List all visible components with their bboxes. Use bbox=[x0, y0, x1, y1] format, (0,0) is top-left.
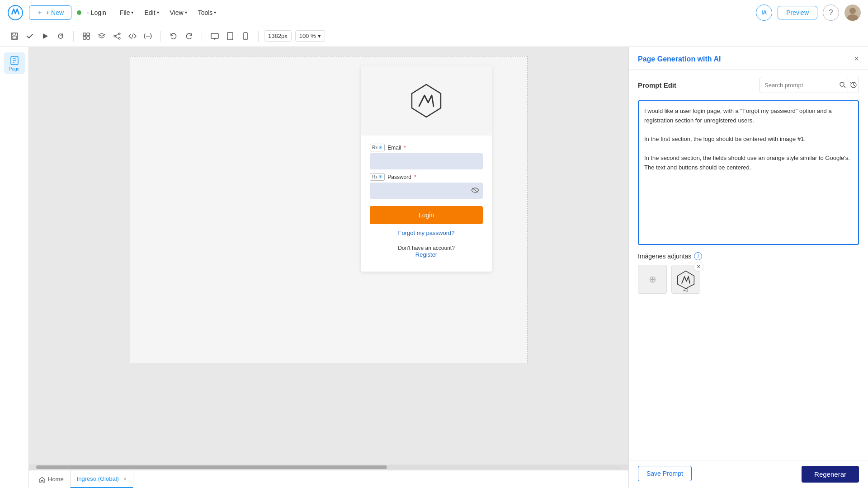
separator-4 bbox=[258, 31, 259, 42]
layers-icon[interactable] bbox=[94, 29, 109, 43]
toolbar: 1382px 100 % ▾ bbox=[0, 25, 868, 47]
plus-circle-icon: ⊕ bbox=[649, 274, 656, 285]
rx-star-icon-pw: ✳ bbox=[378, 174, 382, 180]
separator-1 bbox=[73, 31, 74, 42]
eye-slash-icon bbox=[471, 187, 479, 194]
forgot-password-link[interactable]: Forgot my password? bbox=[370, 230, 483, 236]
prompt-edit-label: Prompt Edit bbox=[638, 81, 676, 89]
menu-edit[interactable]: Edit bbox=[140, 7, 163, 18]
home-tab-label: Home bbox=[48, 476, 64, 483]
tab-ingreso[interactable]: Ingreso (Global) × bbox=[71, 470, 133, 488]
menu-view[interactable]: View bbox=[165, 7, 192, 18]
regenerar-button[interactable]: Regenerar bbox=[802, 466, 859, 483]
svg-rect-9 bbox=[87, 33, 90, 36]
login-button[interactable]: Login bbox=[370, 206, 483, 224]
save-icon[interactable] bbox=[7, 29, 22, 43]
svg-line-31 bbox=[844, 86, 845, 88]
separator-2 bbox=[160, 31, 161, 42]
panel-title: Page Generation with AI bbox=[638, 55, 721, 63]
svg-rect-10 bbox=[83, 37, 86, 39]
images-row: ⊕ × #1 bbox=[638, 265, 859, 294]
play-icon[interactable] bbox=[38, 29, 52, 43]
undo-icon[interactable] bbox=[166, 29, 181, 43]
tab-home[interactable]: Home bbox=[33, 470, 71, 488]
horizontal-scrollbar-area bbox=[29, 465, 628, 470]
info-icon[interactable]: i bbox=[694, 252, 702, 260]
help-button[interactable]: ? bbox=[823, 5, 839, 21]
toolbar-layout-group bbox=[208, 29, 253, 43]
image-thumb-1: × #1 bbox=[671, 265, 700, 294]
prompt-edit-row: Prompt Edit bbox=[638, 77, 859, 93]
svg-rect-11 bbox=[87, 37, 90, 39]
zoom-display[interactable]: 100 % ▾ bbox=[295, 30, 325, 42]
checkmark-icon[interactable] bbox=[23, 29, 37, 43]
panel-body: Prompt Edit I would like a user login pa… bbox=[629, 70, 868, 460]
search-input[interactable] bbox=[760, 79, 837, 91]
search-button[interactable] bbox=[837, 77, 848, 93]
password-label-row: Rx ✳ Password * bbox=[370, 173, 483, 181]
register-link[interactable]: Register bbox=[370, 251, 483, 258]
login-logo-area bbox=[361, 66, 492, 136]
separator-3 bbox=[202, 31, 202, 42]
avatar[interactable] bbox=[844, 5, 861, 21]
new-button[interactable]: ＋ + New bbox=[29, 5, 71, 20]
nav-right: IA Preview ? bbox=[756, 5, 861, 21]
zoom-value: 100 % bbox=[299, 33, 316, 39]
svg-marker-7 bbox=[43, 33, 48, 39]
zoom-chevron-icon: ▾ bbox=[318, 33, 321, 39]
password-label: Password bbox=[387, 174, 411, 180]
horizontal-scrollbar[interactable] bbox=[36, 465, 621, 469]
html-icon[interactable] bbox=[141, 29, 155, 43]
svg-point-30 bbox=[840, 82, 844, 86]
rx-star-icon: ✳ bbox=[378, 145, 382, 150]
sidebar: Page bbox=[0, 47, 29, 488]
footer-buttons-row: Save Prompt Regenerar bbox=[638, 466, 859, 483]
add-image-button[interactable]: ⊕ bbox=[638, 265, 667, 294]
ia-button[interactable]: IA bbox=[756, 5, 772, 21]
sidebar-page-label: Page bbox=[9, 66, 19, 71]
code-icon[interactable] bbox=[125, 29, 140, 43]
canvas-scroll[interactable]: Rx ✳ Email * Rx ✳ bbox=[29, 47, 628, 465]
email-label: Email bbox=[387, 145, 401, 151]
toolbar-undo-group bbox=[166, 29, 196, 43]
delete-image-button[interactable]: × bbox=[693, 262, 703, 272]
svg-point-2 bbox=[849, 8, 856, 14]
menu-tools[interactable]: Tools bbox=[193, 7, 221, 18]
refresh-icon[interactable] bbox=[53, 29, 68, 43]
canvas-area: Rx ✳ Email * Rx ✳ bbox=[29, 47, 628, 488]
redo-icon[interactable] bbox=[182, 29, 196, 43]
svg-marker-28 bbox=[412, 84, 441, 117]
no-account-text: Don't have an account? bbox=[398, 245, 455, 251]
tab-close-button[interactable]: × bbox=[123, 476, 127, 482]
menu-file[interactable]: File bbox=[115, 7, 138, 18]
top-nav: ＋ + New - Login File Edit View Tools IA … bbox=[0, 0, 868, 25]
rx-badge-password: Rx ✳ bbox=[370, 173, 385, 181]
preview-button[interactable]: Preview bbox=[778, 6, 817, 19]
save-prompt-button[interactable]: Save Prompt bbox=[638, 466, 692, 481]
prompt-textarea[interactable]: I would like a user login page, with a "… bbox=[638, 100, 859, 245]
new-button-label: + New bbox=[46, 9, 64, 16]
email-required-mark: * bbox=[404, 145, 406, 151]
bottom-tab-bar: Home Ingreso (Global) × bbox=[29, 470, 628, 488]
desktop-icon[interactable] bbox=[208, 29, 222, 43]
app-logo[interactable] bbox=[7, 5, 24, 21]
email-input[interactable] bbox=[370, 153, 483, 169]
svg-point-13 bbox=[118, 33, 120, 35]
svg-point-12 bbox=[114, 35, 116, 37]
svg-point-14 bbox=[118, 38, 120, 39]
scrollbar-thumb bbox=[36, 465, 387, 469]
divider bbox=[370, 241, 483, 241]
password-input[interactable] bbox=[370, 183, 483, 199]
connections-icon[interactable] bbox=[110, 29, 124, 43]
panel-footer: Save Prompt Regenerar bbox=[629, 460, 868, 488]
mobile-icon[interactable] bbox=[238, 29, 253, 43]
history-button[interactable] bbox=[848, 77, 859, 93]
sidebar-item-page[interactable]: Page bbox=[4, 52, 25, 74]
images-section: Imágenes adjuntas i ⊕ × #1 bbox=[638, 252, 859, 294]
components-icon[interactable] bbox=[79, 29, 94, 43]
tablet-icon[interactable] bbox=[223, 29, 237, 43]
panel-close-button[interactable]: × bbox=[854, 54, 859, 64]
password-required-mark: * bbox=[414, 174, 416, 180]
right-panel: Page Generation with AI × Prompt Edit I … bbox=[628, 47, 868, 488]
search-box bbox=[760, 77, 859, 93]
